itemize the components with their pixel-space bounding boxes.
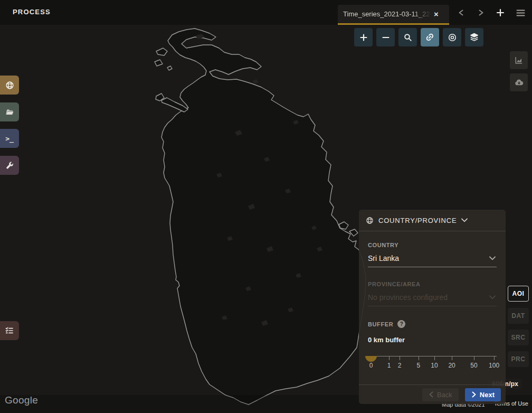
slider-handle[interactable] [365,356,377,362]
app-window: Google 606m/px Map data ©2021 Terms of U… [0,0,532,413]
map-control-toolbar [354,28,483,46]
sidebar-item-files[interactable] [0,102,19,121]
recipe-tab[interactable]: Time_series_2021-03-11_22- × [338,5,449,25]
cloud-download-icon [514,78,524,88]
folder-open-icon [5,107,14,117]
tab-prc[interactable]: PRC [508,351,529,367]
chevron-down-icon [489,295,496,299]
province-label: PROVINCE/AREA [368,281,497,287]
chart-panel-button[interactable] [510,51,528,69]
slider-tick-label: 2 [398,362,402,369]
next-button-label: Next [480,391,495,399]
add-tab-icon[interactable] [495,7,506,18]
slider-tick [494,356,495,360]
chevron-right-icon[interactable] [476,7,486,18]
panel-header[interactable]: COUNTRY/PROVINCE [359,210,506,231]
terminal-icon: >_ [5,135,14,143]
zoom-out-button[interactable] [376,28,395,46]
help-icon[interactable]: ? [397,320,405,328]
panel-footer: Back Next [359,384,506,404]
sidebar-item-terminal[interactable]: >_ [0,129,19,148]
slider-tick-label: 20 [448,362,455,369]
top-bar: PROCESS Time_series_2021-03-11_22- × [0,0,532,25]
link-sync-button[interactable] [421,28,439,46]
tab-dat[interactable]: DAT [508,308,529,324]
slider-tick-label: 0 [369,362,373,369]
back-button-label: Back [437,391,452,399]
area-chart-icon [514,55,524,65]
chevron-right-icon [471,391,477,398]
slider-tick-label: 10 [431,362,438,369]
zoom-in-button[interactable] [354,28,373,46]
country-select[interactable]: Sri Lanka [368,248,497,267]
slider-tick [419,356,419,360]
recipe-tab-label: Time_series_2021-03-11_22- [343,10,432,18]
google-logo: Google [5,395,38,406]
buffer-label: BUFFER [368,321,393,327]
tab-aoi[interactable]: AOI [508,286,529,302]
slider-tick [452,356,452,360]
layers-icon[interactable] [465,28,483,46]
sidebar-item-tasks[interactable] [0,321,19,340]
buffer-slider: 0 1 2 5 10 20 50 100 [368,349,497,373]
back-button[interactable]: Back [422,388,459,401]
chevron-down-icon [461,218,468,222]
slider-tick [389,356,390,360]
wrench-icon [5,161,14,170]
task-list-icon [5,326,14,335]
slider-tick [400,356,400,360]
recenter-target-icon[interactable] [443,28,461,46]
next-button[interactable]: Next [465,388,501,401]
slider-tick [474,356,474,360]
slider-tick [434,356,435,360]
slider-track[interactable] [368,356,497,356]
sidebar-item-app-launcher[interactable] [0,156,19,175]
close-tab-icon[interactable]: × [434,10,439,18]
slider-tick-label: 5 [417,362,421,369]
country-label: COUNTRY [368,242,497,248]
chevron-left-icon[interactable] [456,7,467,18]
globe-icon [5,81,14,90]
slider-tick-label: 50 [470,362,477,369]
download-button[interactable] [510,73,528,91]
slider-tick-label: 100 [489,362,499,369]
sidebar-item-process[interactable] [0,76,19,95]
chevron-down-icon [489,256,496,260]
globe-icon [366,217,374,224]
menu-icon[interactable] [515,7,526,18]
slider-tick-label: 1 [387,362,391,369]
province-select[interactable]: No provinces configured [368,287,497,306]
province-placeholder: No provinces configured [368,293,448,302]
chevron-left-icon [429,391,434,398]
tab-src[interactable]: SRC [508,330,529,345]
buffer-value: 0 km buffer [368,336,497,344]
search-icon[interactable] [398,28,417,46]
panel-title: COUNTRY/PROVINCE [378,217,457,224]
country-province-panel: COUNTRY/PROVINCE COUNTRY Sri Lanka PROVI… [359,210,506,404]
app-title: PROCESS [13,8,51,16]
country-value: Sri Lanka [368,254,399,262]
